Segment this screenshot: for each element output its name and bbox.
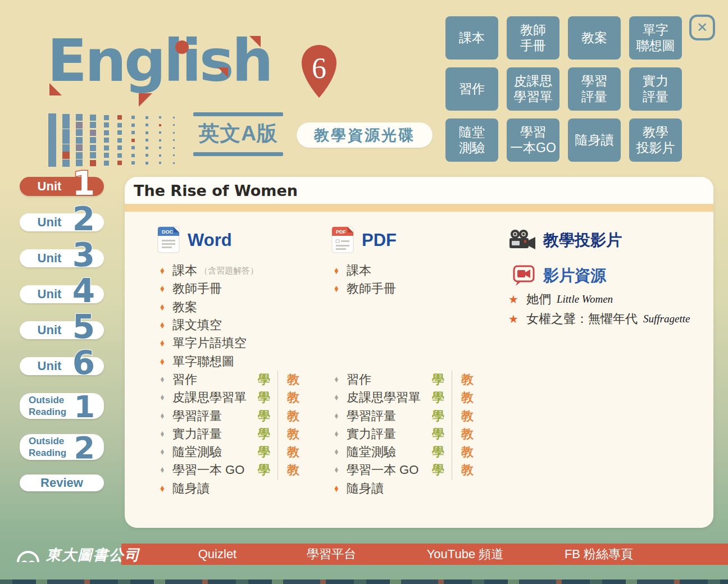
menu-button-study-go[interactable]: 學習 一本GO	[507, 118, 559, 162]
menu-button-ability-assessment[interactable]: 實力 評量	[629, 67, 682, 111]
sidebar-item-unit-1[interactable]: Unit1	[20, 177, 104, 196]
resource-label[interactable]: 課本	[347, 262, 371, 279]
dot-square	[117, 130, 122, 135]
resource-label[interactable]: 隨身讀	[347, 480, 384, 497]
footer-link-youtube-channel[interactable]: YouTube 頻道	[427, 544, 504, 565]
menu-button-quiz[interactable]: 隨堂 測驗	[445, 118, 498, 162]
resource-label[interactable]: 學習評量	[172, 408, 222, 425]
resource-label[interactable]: 教師手冊	[172, 280, 222, 297]
student-version-link[interactable]: 學	[430, 389, 446, 406]
student-version-link[interactable]: 學	[430, 462, 446, 478]
dot-square	[173, 162, 175, 164]
diamond-bullet-icon: ♦	[158, 446, 166, 458]
resource-label[interactable]: 課本	[172, 262, 197, 279]
sidebar-item-unit-2[interactable]: Unit2	[20, 213, 104, 231]
sidebar-item-unit-6[interactable]: Unit6	[20, 357, 104, 375]
student-version-link[interactable]: 學	[256, 426, 272, 442]
student-version-link[interactable]: 學	[430, 371, 446, 388]
dot-square	[117, 161, 122, 165]
resource-label[interactable]: 課文填空	[172, 317, 222, 334]
top-menu-grid: 課本教師 手冊教案單字 聯想圖習作皮課思 學習單學習 評量實力 評量隨堂 測驗學…	[445, 16, 682, 162]
menu-button-lesson-plan[interactable]: 教案	[568, 16, 621, 60]
student-version-link[interactable]: 學	[430, 408, 446, 425]
resource-label[interactable]: 單字片語填空	[172, 335, 247, 352]
dot-square	[145, 116, 148, 119]
dot-square	[131, 161, 135, 165]
footer-link-quizlet[interactable]: Quizlet	[198, 544, 236, 565]
resource-label[interactable]: 教案	[172, 299, 197, 316]
sidebar-item-unit-3[interactable]: Unit3	[20, 249, 104, 267]
edition-label: 英文A版	[193, 116, 283, 152]
edition-bar-top	[193, 112, 283, 116]
menu-button-word-mindmap[interactable]: 單字 聯想圖	[629, 16, 682, 60]
badge-divider	[452, 407, 452, 425]
resource-label[interactable]: 隨堂測驗	[347, 444, 396, 460]
movie-link[interactable]: ★女權之聲：無懼年代Suffragette	[508, 309, 690, 328]
sidebar-item-outside-reading-2[interactable]: Outside Reading2	[20, 434, 104, 460]
teacher-version-link[interactable]: 教	[459, 444, 475, 460]
resource-label[interactable]: 實力評量	[347, 426, 396, 442]
menu-button-teacher-manual[interactable]: 教師 手冊	[507, 16, 559, 60]
teacher-version-link[interactable]: 教	[285, 462, 301, 478]
footer-link-fb-fanpage[interactable]: FB 粉絲專頁	[565, 544, 633, 565]
teacher-version-link[interactable]: 教	[285, 408, 301, 425]
sidebar-item-outside-reading-1[interactable]: Outside Reading1	[20, 393, 104, 419]
diamond-bullet-icon: ♦	[158, 410, 166, 422]
resource-label[interactable]: 皮課思學習單	[347, 389, 421, 406]
sidebar-item-number: 3	[72, 242, 95, 269]
menu-button-workbook[interactable]: 習作	[445, 67, 498, 111]
dot-square	[48, 144, 56, 152]
resource-label[interactable]: 學習一本 GO	[347, 462, 418, 478]
diamond-bullet-icon: ♦	[158, 374, 166, 385]
resource-row: ♦學習一本 GO學教	[331, 461, 489, 479]
sidebar-item-label: Review	[20, 476, 104, 490]
resource-row: ♦隨身讀	[331, 480, 489, 498]
svg-text:DOC: DOC	[162, 229, 174, 235]
student-version-link[interactable]: 學	[256, 462, 272, 478]
resource-row: ♦習作學教	[331, 371, 489, 389]
resource-label[interactable]: 習作	[172, 371, 197, 388]
resource-label[interactable]: 單字聯想圖	[172, 353, 234, 370]
student-version-link[interactable]: 學	[256, 389, 272, 406]
menu-button-teaching-slides[interactable]: 教學 投影片	[629, 118, 682, 162]
menu-button-pocket-reader[interactable]: 隨身讀	[568, 118, 621, 162]
resource-label[interactable]: 習作	[347, 371, 371, 388]
resource-label[interactable]: 學習評量	[347, 408, 396, 425]
resource-label[interactable]: 教師手冊	[347, 280, 396, 297]
teacher-version-link[interactable]: 教	[459, 408, 475, 425]
teacher-version-link[interactable]: 教	[285, 444, 301, 460]
teacher-version-link[interactable]: 教	[459, 462, 475, 478]
teacher-version-link[interactable]: 教	[459, 371, 475, 388]
resource-label[interactable]: 隨身讀	[172, 480, 210, 497]
video-bubble-icon	[513, 265, 535, 286]
movie-link[interactable]: ★她們Little Women	[508, 289, 690, 309]
resource-label[interactable]: 皮課思學習單	[172, 389, 247, 406]
close-button[interactable]: ✕	[689, 15, 715, 40]
teacher-version-link[interactable]: 教	[459, 389, 475, 406]
teacher-version-link[interactable]: 教	[285, 371, 301, 388]
dot-square	[173, 139, 175, 141]
resource-label[interactable]: 實力評量	[172, 426, 222, 442]
logo-accent-dot	[175, 40, 189, 54]
dot-square	[173, 147, 175, 149]
menu-button-textbook[interactable]: 課本	[445, 16, 498, 60]
sidebar-item-unit-4[interactable]: Unit4	[20, 285, 104, 303]
resource-row: ♦單字片語填空	[157, 334, 315, 352]
teacher-version-link[interactable]: 教	[459, 426, 475, 442]
menu-button-learning-assessment[interactable]: 學習 評量	[568, 67, 621, 111]
resource-label[interactable]: 學習一本 GO	[172, 462, 244, 478]
sidebar-item-unit-5[interactable]: Unit5	[20, 321, 104, 339]
sidebar-item-number: 6	[72, 350, 95, 377]
student-version-link[interactable]: 學	[430, 444, 446, 460]
student-version-link[interactable]: 學	[256, 408, 272, 425]
resource-row: ♦教案	[157, 298, 315, 316]
student-version-link[interactable]: 學	[256, 444, 272, 460]
resource-label[interactable]: 隨堂測驗	[172, 444, 222, 460]
menu-button-pisa-worksheet[interactable]: 皮課思 學習單	[507, 67, 559, 111]
sidebar-item-review[interactable]: Review	[20, 474, 104, 491]
teacher-version-link[interactable]: 教	[285, 389, 301, 406]
footer-link-learning-platform[interactable]: 學習平台	[307, 544, 356, 565]
teacher-version-link[interactable]: 教	[285, 426, 301, 442]
student-version-link[interactable]: 學	[256, 371, 272, 388]
student-version-link[interactable]: 學	[430, 426, 446, 442]
